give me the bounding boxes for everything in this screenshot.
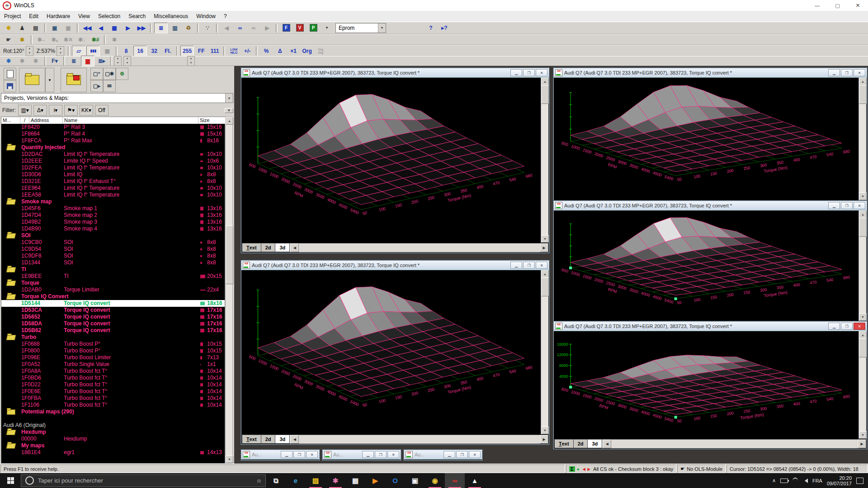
mdi-close-icon[interactable]: ✕ [536, 69, 547, 76]
map-row[interactable]: 00000Hexdump [1, 436, 225, 442]
bits-float-button[interactable]: Fl. [161, 46, 174, 56]
column-m[interactable]: M... [1, 117, 20, 124]
spin-b[interactable]: ▲▼ [123, 56, 131, 66]
calculator-taskbar-button[interactable]: ▦ [345, 473, 365, 488]
taskbar-search-input[interactable]: Taper ici pour rechercher ⍾ [21, 474, 266, 487]
hand-icon[interactable]: ☛ [2, 35, 15, 45]
mdi-restore-icon[interactable]: ❐ [375, 451, 387, 458]
mdi-close-icon[interactable]: ✕ [387, 451, 399, 458]
folder-row[interactable]: Smoke map [1, 198, 225, 205]
map-window-titlebar[interactable]: IOIAu...▁❐✕ [404, 450, 482, 460]
map-row[interactable]: 1C9D54SOI8x8 [1, 246, 225, 253]
menu-project[interactable]: Project [0, 12, 25, 21]
folder-row[interactable]: Turbo [1, 334, 225, 341]
map-3d-canvas[interactable] [554, 331, 859, 439]
edge-taskbar-button[interactable]: e [286, 473, 306, 488]
import-doc-button[interactable]: ▢⁺ [90, 68, 103, 80]
chrome-taskbar-button[interactable]: ◉ [425, 473, 445, 488]
export-doc-button[interactable]: ▢▸ [90, 80, 103, 92]
mdi-minimize-icon[interactable]: ▁ [281, 451, 292, 458]
column-size[interactable]: Size [198, 117, 226, 124]
print-icon[interactable]: ▤ [29, 23, 42, 33]
window-time-icon[interactable]: ▥ [169, 23, 181, 33]
minimize-button[interactable]: — [807, 0, 827, 11]
map-row[interactable]: 1D2AB0Torque Limitier22x4 [1, 286, 225, 293]
close-button[interactable]: ✕ [848, 0, 868, 11]
map-wizard-button[interactable]: ▢✱ [103, 68, 116, 80]
map-window-3d[interactable]: IOIAudi Q7 (Audi Q7 3.0 TDI 233 MP+EGR 2… [553, 201, 867, 322]
map-row[interactable]: 1F1106Turbo Boost fct T°10x14 [1, 402, 225, 408]
filter-delta-icon[interactable]: Δ▾ [33, 105, 47, 116]
folder-row[interactable]: SOI [1, 232, 225, 239]
user-icon[interactable]: ♟ [16, 23, 28, 33]
filter-bars-icon[interactable]: ▥▾ [18, 105, 32, 116]
column-address[interactable]: Address [29, 117, 63, 124]
map-row[interactable]: 1D58DATorque IQ convert17x16 [1, 320, 225, 327]
folder-row[interactable]: Torque [1, 280, 225, 286]
map-window-3d[interactable]: IOIAudi Q7 (Audi Q7 3.0 TDI 233 MP+EGR 2… [553, 321, 867, 449]
nav-back-icon[interactable]: ◀ [220, 23, 233, 33]
map-row[interactable]: 1EE964Limit IQ f° Temperature10x10 [1, 185, 225, 192]
map-row[interactable]: 1D49B2Smoke map 313x16 [1, 219, 225, 225]
maplist-scrollbar[interactable]: ▲ ▼ [225, 117, 233, 464]
winols-taskbar-button[interactable]: ∞ [445, 473, 465, 488]
maximize-button[interactable]: ▢ [827, 0, 848, 11]
binoculars-disabled-icon[interactable]: ∞ [247, 23, 260, 33]
scroll-up-icon[interactable]: ▲ [226, 117, 233, 125]
task-view-taskbar-button[interactable]: ⧉ [266, 473, 286, 488]
map-window-3d[interactable]: IOIAudi Q7 (Audi Q7 3.0 TDI 233 MP+EGR 2… [241, 68, 549, 253]
tab-3d[interactable]: 3d [275, 435, 290, 444]
mdi-minimize-icon[interactable]: ▁ [443, 451, 455, 458]
mdi-close-icon[interactable]: ✕ [854, 202, 865, 209]
hammer-down-icon[interactable]: ✱↓ [75, 35, 88, 45]
tab-scroll-track[interactable] [299, 435, 539, 444]
outlook-taskbar-button[interactable]: O [385, 473, 405, 488]
notification-center-icon[interactable] [856, 478, 863, 484]
hammer-x-icon[interactable]: ✱ₓ [48, 35, 61, 45]
scroll-thumb[interactable] [226, 225, 233, 284]
map-window-titlebar[interactable]: IOIAudi Q7 (Audi Q7 3.0 TDI 233 MP+EGR 2… [554, 68, 867, 78]
mdi-restore-icon[interactable]: ❐ [841, 323, 853, 330]
microphone-icon[interactable]: ⍾ [257, 478, 265, 484]
bin-111-button[interactable]: 111 [208, 46, 221, 56]
prev-icon[interactable]: ◀ [94, 23, 107, 33]
projects-versions-maps-combo[interactable]: Projects, Versions & Maps: ▼ [1, 93, 233, 103]
f-view-icon[interactable]: F [280, 23, 292, 33]
map-row[interactable]: 1D5144Torque IQ convert18x16 [1, 300, 225, 307]
nav-fwd-icon[interactable]: ▶ [261, 23, 274, 33]
grid-icon[interactable]: ▦ [101, 46, 113, 56]
filter-info-icon[interactable]: i▾ [49, 105, 62, 116]
last-icon[interactable]: ▶▶ [135, 23, 148, 33]
lohi-hilo-button[interactable]: LOHI HILO [227, 46, 240, 56]
tab-2d[interactable]: 2d [573, 440, 588, 448]
map-row[interactable]: 1F8420P° Rail 315x16 [1, 124, 225, 131]
hammer-del-icon[interactable]: ✱✕ [62, 35, 75, 45]
scroll-down-icon[interactable]: ▼ [226, 455, 233, 463]
map-row[interactable]: 18B1E4egr114x13 [1, 449, 225, 456]
tab-text[interactable]: Text [242, 435, 261, 444]
store-taskbar-button[interactable]: ▣ [405, 473, 425, 488]
map-window-3d[interactable]: IOIAudi Q7 (Audi Q7 3.0 TDI 233 MP+EGR 2… [241, 260, 549, 445]
percent-button[interactable]: % [260, 46, 273, 56]
mdi-close-icon[interactable]: ✕ [854, 69, 865, 76]
map-vscrollbar[interactable]: ▲▼ [541, 270, 548, 434]
tray-chevron-icon[interactable]: ∧ [772, 478, 776, 483]
mdi-close-icon[interactable]: ✕ [469, 451, 481, 458]
mdi-restore-icon[interactable]: ❐ [841, 69, 853, 76]
next-icon[interactable]: ▶ [122, 23, 134, 33]
map-window-3d[interactable]: IOIAudi Q7 (Audi Q7 3.0 TDI 233 MP+EGR 2… [553, 68, 867, 202]
tab-2d[interactable]: 2d [261, 435, 276, 444]
save-project-button[interactable] [4, 80, 16, 92]
map-row[interactable]: 1F0800Turbo Boost P°10x15 [1, 347, 225, 354]
hammer2-icon[interactable]: ✱ [108, 35, 121, 45]
v-view-icon[interactable]: V [293, 23, 306, 33]
map-window-titlebar[interactable]: IOIAu...▁❐✕ [323, 450, 401, 460]
mdi-restore-icon[interactable]: ❐ [523, 262, 535, 269]
volume-icon[interactable] [802, 479, 808, 483]
mdi-minimize-icon[interactable]: ▁ [510, 262, 522, 269]
paint-taskbar-button[interactable]: ✱ [326, 473, 345, 488]
f-doc-icon[interactable]: F▾ [48, 56, 61, 66]
filter-off-button[interactable]: Off [95, 105, 108, 116]
org-button[interactable]: Org [301, 46, 313, 56]
menu-?[interactable]: ? [220, 12, 231, 21]
